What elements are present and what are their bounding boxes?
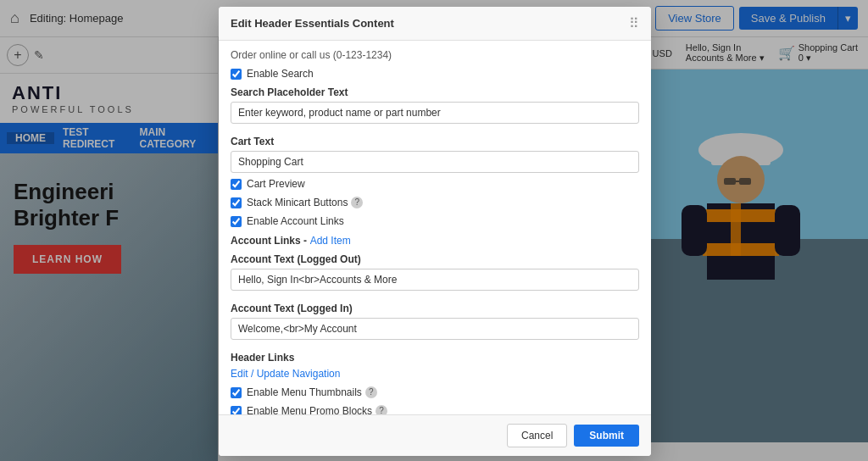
cart-text-label: Cart Text <box>231 136 639 147</box>
account-links-section: Account Links - Add Item <box>231 234 639 247</box>
enable-menu-thumbnails-checkbox[interactable] <box>231 387 242 398</box>
menu-promo-help-icon[interactable]: ? <box>376 405 387 414</box>
enable-menu-promo-checkbox[interactable] <box>231 406 242 415</box>
account-logged-out-label: Account Text (Logged Out) <box>231 253 639 265</box>
drag-handle-icon[interactable]: ⠿ <box>629 15 639 31</box>
enable-menu-thumbnails-label: Enable Menu Thumbnails <box>247 386 362 398</box>
edit-nav-link[interactable]: Edit / Update Navigation <box>231 368 340 380</box>
search-placeholder-label: Search Placeholder Text <box>231 86 639 98</box>
account-logged-in-input[interactable] <box>231 318 639 340</box>
account-logged-in-label: Account Text (Logged In) <box>231 303 639 314</box>
account-logged-out-input[interactable] <box>231 269 639 291</box>
cancel-button[interactable]: Cancel <box>507 424 567 447</box>
menu-thumbnails-help-icon[interactable]: ? <box>365 386 377 398</box>
stack-minicart-help-icon[interactable]: ? <box>351 197 363 208</box>
search-placeholder-input[interactable] <box>231 102 639 124</box>
cart-preview-label: Cart Preview <box>247 178 305 190</box>
enable-search-checkbox[interactable] <box>231 69 242 80</box>
submit-button[interactable]: Submit <box>574 425 639 447</box>
enable-search-row: Enable Search <box>231 68 639 80</box>
enable-account-links-checkbox[interactable] <box>231 216 242 227</box>
info-text: Order online or call us (0-123-1234) <box>231 49 639 61</box>
cart-preview-row: Cart Preview <box>231 178 639 190</box>
account-links-label: Account Links - <box>231 235 307 247</box>
stack-minicart-row: Stack Minicart Buttons ? <box>231 197 639 208</box>
enable-search-label: Enable Search <box>247 68 314 80</box>
modal-footer: Cancel Submit <box>219 414 651 456</box>
modal-header: Edit Header Essentials Content ⠿ <box>219 7 651 41</box>
cart-text-input[interactable] <box>231 151 639 173</box>
stack-minicart-checkbox[interactable] <box>231 197 242 208</box>
edit-header-modal: Edit Header Essentials Content ⠿ Order o… <box>219 7 651 456</box>
enable-account-links-row: Enable Account Links <box>231 215 639 227</box>
enable-account-links-label: Enable Account Links <box>247 215 344 227</box>
modal-body: Order online or call us (0-123-1234) Ena… <box>219 41 651 414</box>
enable-menu-promo-label: Enable Menu Promo Blocks <box>247 405 372 414</box>
modal-title: Edit Header Essentials Content <box>231 17 394 30</box>
enable-menu-thumbnails-row: Enable Menu Thumbnails ? <box>231 386 639 398</box>
add-item-link[interactable]: Add Item <box>310 235 351 247</box>
header-links-label: Header Links <box>231 352 639 364</box>
stack-minicart-label: Stack Minicart Buttons <box>247 197 348 208</box>
cart-preview-checkbox[interactable] <box>231 179 242 190</box>
enable-menu-promo-row: Enable Menu Promo Blocks ? <box>231 405 639 414</box>
